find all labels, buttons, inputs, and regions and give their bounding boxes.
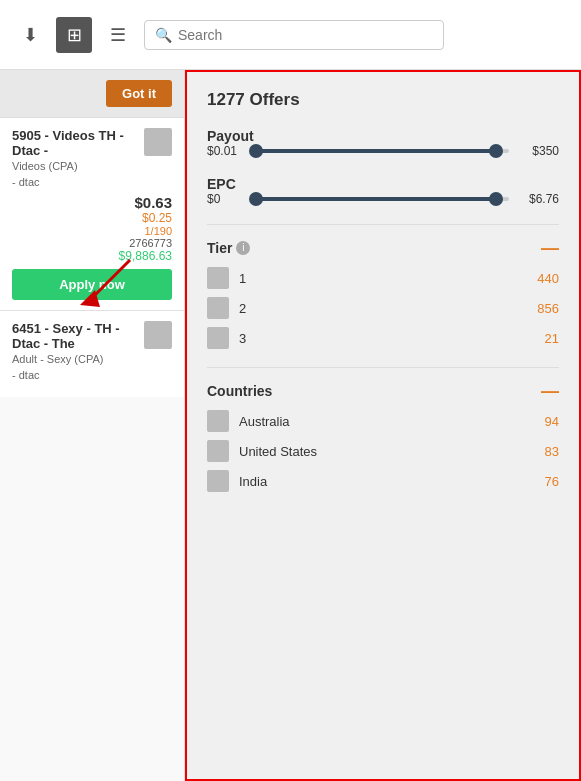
australia-label: Australia — [239, 414, 513, 429]
left-panel: Got it 5905 - Videos TH - Dtac - Videos … — [0, 70, 185, 781]
country-row-india: India 76 — [207, 470, 559, 492]
apply-now-button[interactable]: Apply now — [12, 269, 172, 300]
epc-fill — [256, 197, 496, 201]
payout-max: $350 — [517, 144, 559, 158]
countries-collapse-button[interactable]: — — [541, 382, 559, 400]
grid-view-button[interactable]: ⊞ — [56, 17, 92, 53]
tier-label: Tier — [207, 240, 232, 256]
offer-card-2: 6451 - Sexy - TH - Dtac - The Adult - Se… — [0, 311, 184, 397]
country-row-australia: Australia 94 — [207, 410, 559, 432]
offer2-network: - dtac — [12, 369, 172, 381]
us-count: 83 — [523, 444, 559, 459]
tier-2-label: 2 — [239, 301, 513, 316]
tier-1-label: 1 — [239, 271, 513, 286]
india-count: 76 — [523, 474, 559, 489]
offer-payout: $0.63 — [12, 194, 172, 211]
tier-row-2: 2 856 — [207, 297, 559, 319]
offer-subtitle: Videos (CPA) — [12, 160, 172, 172]
offer2-thumbnail — [144, 321, 172, 349]
offer-epc: $0.25 — [12, 211, 172, 225]
tier-label-row: Tier i — [207, 240, 250, 256]
offer-id: 2766773 — [12, 237, 172, 249]
tier-1-checkbox[interactable] — [207, 267, 229, 289]
tier-row-1: 1 440 — [207, 267, 559, 289]
india-checkbox[interactable] — [207, 470, 229, 492]
offer-title-text: 5905 - Videos TH - Dtac - — [12, 128, 138, 158]
main-content: Got it 5905 - Videos TH - Dtac - Videos … — [0, 70, 581, 781]
epc-thumb-left[interactable] — [249, 192, 263, 206]
countries-section: Countries — Australia 94 United States 8… — [207, 382, 559, 492]
offer2-title-text: 6451 - Sexy - TH - Dtac - The — [12, 321, 138, 351]
us-checkbox[interactable] — [207, 440, 229, 462]
country-row-us: United States 83 — [207, 440, 559, 462]
payout-section: Payout $0.01 $350 — [207, 128, 559, 158]
tier-3-checkbox[interactable] — [207, 327, 229, 349]
offer-thumbnail — [144, 128, 172, 156]
payout-thumb-left[interactable] — [249, 144, 263, 158]
payout-label: Payout — [207, 128, 559, 144]
divider-2 — [207, 367, 559, 368]
offer-network: - dtac — [12, 176, 172, 188]
search-box: 🔍 — [144, 20, 444, 50]
got-it-button[interactable]: Got it — [106, 80, 172, 107]
toolbar: ⬇ ⊞ ☰ 🔍 — [0, 0, 581, 70]
epc-min: $0 — [207, 192, 243, 206]
search-input[interactable] — [178, 27, 433, 43]
epc-thumb-right[interactable] — [489, 192, 503, 206]
offer-title-row: 5905 - Videos TH - Dtac - — [12, 128, 172, 158]
tier-3-count: 21 — [523, 331, 559, 346]
tier-header: Tier i — — [207, 239, 559, 257]
epc-slider[interactable]: $0 $6.76 — [207, 192, 559, 206]
search-icon: 🔍 — [155, 27, 172, 43]
epc-max: $6.76 — [517, 192, 559, 206]
tier-section: Tier i — 1 440 2 856 3 21 — [207, 239, 559, 349]
list-icon: ☰ — [110, 24, 126, 46]
tier-2-count: 856 — [523, 301, 559, 316]
australia-checkbox[interactable] — [207, 410, 229, 432]
india-label: India — [239, 474, 513, 489]
got-it-bar: Got it — [0, 70, 184, 118]
download-button[interactable]: ⬇ — [12, 17, 48, 53]
tier-3-label: 3 — [239, 331, 513, 346]
epc-label: EPC — [207, 176, 559, 192]
offers-count-title: 1277 Offers — [207, 90, 559, 110]
offer-page: 1/190 — [12, 225, 172, 237]
payout-slider[interactable]: $0.01 $350 — [207, 144, 559, 158]
list-view-button[interactable]: ☰ — [100, 17, 136, 53]
epc-track — [251, 197, 509, 201]
offer-revenue: $9,886.63 — [12, 249, 172, 263]
tier-collapse-button[interactable]: — — [541, 239, 559, 257]
us-label: United States — [239, 444, 513, 459]
offer2-title-row: 6451 - Sexy - TH - Dtac - The — [12, 321, 172, 351]
countries-label: Countries — [207, 383, 272, 399]
australia-count: 94 — [523, 414, 559, 429]
download-icon: ⬇ — [23, 24, 38, 46]
payout-thumb-right[interactable] — [489, 144, 503, 158]
tier-1-count: 440 — [523, 271, 559, 286]
countries-header: Countries — — [207, 382, 559, 400]
grid-icon: ⊞ — [67, 24, 82, 46]
divider-1 — [207, 224, 559, 225]
payout-track — [251, 149, 509, 153]
tier-2-checkbox[interactable] — [207, 297, 229, 319]
tier-info-icon[interactable]: i — [236, 241, 250, 255]
right-panel: 1277 Offers Payout $0.01 $350 EPC — [185, 70, 581, 781]
epc-section: EPC $0 $6.76 — [207, 176, 559, 206]
payout-min: $0.01 — [207, 144, 243, 158]
tier-row-3: 3 21 — [207, 327, 559, 349]
offer-card-1: 5905 - Videos TH - Dtac - Videos (CPA) -… — [0, 118, 184, 311]
payout-fill — [256, 149, 496, 153]
offer2-subtitle: Adult - Sexy (CPA) — [12, 353, 172, 365]
